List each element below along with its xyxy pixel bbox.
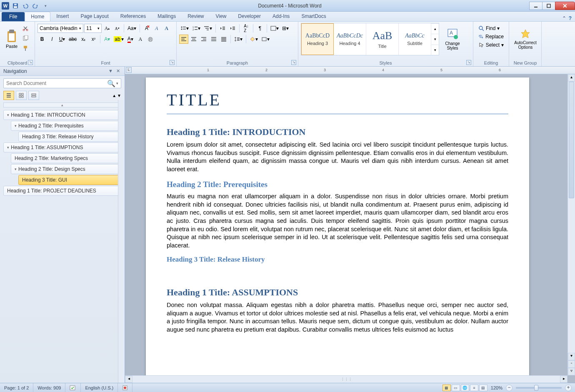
status-language[interactable]: English (U.S.) (81, 383, 118, 392)
font-dialog-launcher[interactable]: ↘ (170, 60, 175, 65)
style-heading-3[interactable]: AaBbCcDHeading 3 (301, 23, 334, 55)
font-color-icon[interactable]: A▾ (126, 35, 135, 44)
char-style-1-icon[interactable]: A (152, 24, 161, 33)
align-center-button[interactable] (189, 35, 198, 44)
replace-button[interactable]: abReplace (476, 33, 506, 40)
paragraph-dialog-launcher[interactable]: ↘ (291, 60, 296, 65)
cut-icon[interactable] (21, 24, 30, 33)
scroll-up-button[interactable]: ▴ (568, 74, 575, 82)
bold-button[interactable]: B (38, 35, 47, 44)
nav-tab-pages[interactable] (16, 91, 27, 100)
nav-item[interactable]: ▾Heading 1 Title: INTRODUCTION (3, 110, 121, 120)
view-full-screen[interactable]: ▭ (452, 385, 460, 391)
bullets-icon[interactable]: ▾ (179, 24, 190, 33)
text-effects-icon[interactable]: A▾ (102, 35, 112, 44)
nav-item[interactable]: ▾Heading 2 Title: Design Specs (11, 164, 121, 174)
vertical-scrollbar[interactable]: ▴ ▾ ◦ ▿ (568, 74, 575, 375)
tab-file[interactable]: File (2, 12, 25, 21)
style-title[interactable]: AaBTitle (366, 23, 399, 55)
nav-item[interactable]: Heading 1 Title: PROJECT DEADLINES (3, 186, 121, 196)
heading-h2[interactable]: Heading 2 Title: Prerequisites (167, 180, 508, 189)
shrink-font-icon[interactable]: A▾ (112, 24, 122, 33)
shading-icon[interactable]: ▾ (248, 35, 259, 44)
tab-mailings[interactable]: Mailings (152, 12, 182, 21)
scroll-thumb[interactable] (569, 82, 574, 198)
autocorrect-button[interactable]: AutoCorrect Options (512, 23, 539, 55)
scroll-right-button[interactable]: ▸ (560, 376, 568, 383)
status-words[interactable]: Words: 909 (33, 383, 65, 392)
change-styles-button[interactable]: A Change Styles (441, 23, 464, 55)
close-button[interactable]: ✕ (555, 2, 575, 10)
status-proofing-icon[interactable] (65, 383, 81, 392)
horizontal-ruler[interactable]: L 123456 (125, 67, 575, 74)
tab-developer[interactable]: Developer (232, 12, 267, 21)
maximize-button[interactable] (542, 2, 555, 10)
zoom-slider-thumb[interactable] (534, 385, 538, 391)
underline-button[interactable]: U▾ (58, 35, 67, 44)
style-heading-4[interactable]: AaBbCcDcHeading 4 (334, 23, 366, 55)
style-subtitle[interactable]: AaBbCcSubtitle (399, 23, 431, 55)
document-scroll[interactable]: TITLE Heading 1 Title: INTRODUCTIONLorem… (125, 74, 575, 383)
nav-tab-headings[interactable] (3, 91, 14, 100)
distributed-button[interactable] (219, 35, 228, 44)
paragraph[interactable]: Donec non volutpat massa. Aliquam egesta… (167, 301, 508, 334)
align-right-button[interactable] (199, 35, 208, 44)
char-style-2-icon[interactable]: A (162, 24, 171, 33)
view-outline[interactable]: ≡ (470, 385, 478, 391)
nav-scrollbar[interactable] (118, 100, 125, 383)
align-left-button[interactable] (179, 35, 188, 44)
document-title[interactable]: TITLE (167, 90, 508, 114)
show-marks-icon[interactable]: ¶ (255, 24, 265, 33)
nav-close-icon[interactable]: ✕ (115, 68, 121, 74)
nav-prev-icon[interactable]: ▲ (112, 93, 116, 98)
select-button[interactable]: Select ▾ (476, 41, 506, 49)
tab-insert[interactable]: Insert (50, 12, 75, 21)
para-extra-icon[interactable]: ⊞▾ (281, 24, 290, 33)
grow-font-icon[interactable]: A▴ (102, 24, 112, 33)
styles-more[interactable]: ▴▾▾ (431, 23, 439, 55)
expand-icon[interactable]: ▾ (15, 124, 17, 128)
find-button[interactable]: Find ▾ (476, 25, 506, 32)
increase-indent-icon[interactable] (228, 24, 237, 33)
highlight-icon[interactable]: ab▾ (112, 35, 125, 44)
help-icon[interactable]: ? (569, 15, 572, 21)
heading-h3[interactable]: Heading 3 Title: Release History (167, 255, 508, 264)
line-spacing-icon[interactable]: ▾ (233, 35, 244, 44)
expand-icon[interactable]: ▾ (15, 167, 17, 171)
subscript-button[interactable]: x₂ (79, 35, 88, 44)
qat-customize-icon[interactable]: ▾ (41, 2, 50, 10)
status-macro-icon[interactable] (118, 383, 132, 392)
ribbon-minimize-icon[interactable]: ⌃ (562, 15, 566, 21)
char-shading-icon[interactable]: A (136, 35, 145, 44)
nav-item[interactable]: Heading 2 Title: Marketing Specs (11, 153, 121, 163)
prev-page-button[interactable]: ◦ (568, 360, 575, 368)
view-web-layout[interactable]: 🌐 (461, 385, 469, 391)
expand-icon[interactable]: ▾ (7, 113, 9, 117)
tab-smartdocs[interactable]: SmartDocs (295, 12, 332, 21)
font-size-combo[interactable]: 11▾ (84, 24, 102, 33)
tab-view[interactable]: View (210, 12, 232, 21)
zoom-out-button[interactable]: − (506, 385, 512, 391)
nav-item[interactable]: ▾Heading 1 Title: ASSUMPTIONS (3, 142, 121, 152)
styles-gallery[interactable]: AaBbCcDHeading 3AaBbCcDcHeading 4AaBTitl… (301, 23, 439, 55)
search-icon[interactable]: 🔍 (107, 80, 115, 87)
scroll-down-button[interactable]: ▾ (568, 353, 575, 360)
clipboard-dialog-launcher[interactable]: ↘ (28, 60, 33, 65)
zoom-in-button[interactable]: + (565, 385, 572, 391)
superscript-button[interactable]: x² (89, 35, 98, 44)
nav-search-input[interactable] (6, 80, 107, 86)
multilevel-list-icon[interactable]: ▾ (202, 24, 213, 33)
heading-h1[interactable]: Heading 1 Title: INTRODUCTION (167, 127, 508, 137)
nav-menu-icon[interactable]: ▼ (107, 68, 114, 74)
font-name-combo[interactable]: Cambria (Headin▾ (38, 24, 83, 33)
status-page[interactable]: Page: 1 of 2 (0, 383, 33, 392)
zoom-level[interactable]: 120% (491, 385, 502, 390)
styles-dialog-launcher[interactable]: ↘ (466, 60, 471, 65)
nav-item[interactable]: Heading 3 Title: Release History (18, 132, 121, 142)
nav-tab-results[interactable] (28, 91, 39, 100)
tab-references[interactable]: References (115, 12, 152, 21)
minimize-button[interactable] (529, 2, 542, 10)
nav-tree-top-button[interactable]: ▴ (3, 102, 121, 107)
nav-next-icon[interactable]: ▼ (117, 93, 121, 98)
nav-item[interactable]: ▾Heading 2 Title: Prerequisites (11, 121, 121, 131)
